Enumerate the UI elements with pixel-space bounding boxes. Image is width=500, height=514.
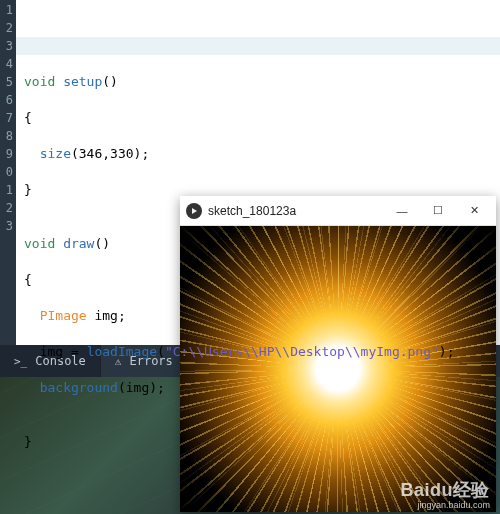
line-number: 2: [0, 19, 13, 37]
code-area[interactable]: void setup() { size(346,330); } void dra…: [16, 0, 500, 345]
line-number: 2: [0, 199, 13, 217]
line-number: 0: [0, 163, 13, 181]
line-gutter: 1 2 3 4 5 6 7 8 9 0 1 2 3: [0, 0, 16, 345]
line-number: 4: [0, 55, 13, 73]
line-number: 9: [0, 145, 13, 163]
line-number: 8: [0, 127, 13, 145]
current-line-highlight: [16, 37, 500, 55]
line-number: 3: [0, 37, 13, 55]
line-number: 5: [0, 73, 13, 91]
line-number: 6: [0, 91, 13, 109]
code-text: void setup() { size(346,330); } void dra…: [24, 55, 500, 487]
line-number: 1: [0, 1, 13, 19]
line-number: 7: [0, 109, 13, 127]
line-number: 1: [0, 181, 13, 199]
line-number: 3: [0, 217, 13, 235]
code-editor: 1 2 3 4 5 6 7 8 9 0 1 2 3 void setup() {…: [0, 0, 500, 345]
